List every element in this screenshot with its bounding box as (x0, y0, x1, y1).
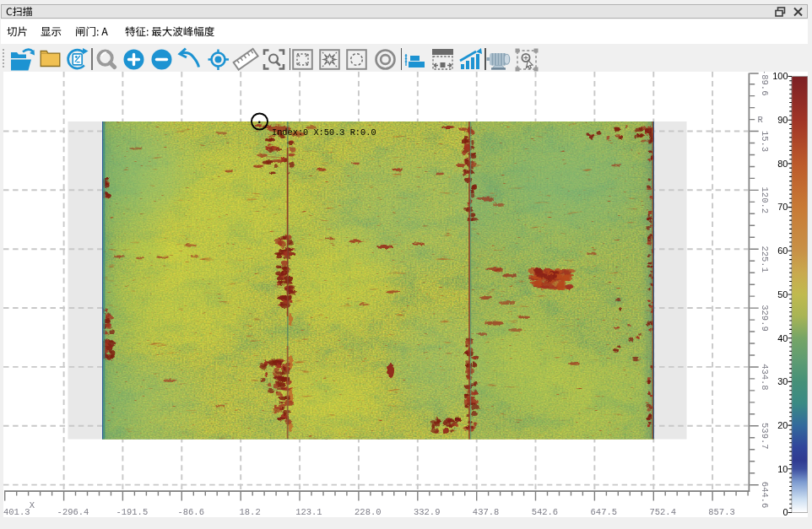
svg-text:X: X (30, 500, 35, 510)
svg-text:329.9: 329.9 (760, 305, 770, 332)
svg-text:-191.5: -191.5 (116, 507, 148, 517)
svg-text:120.2: 120.2 (760, 187, 770, 214)
svg-text:10: 10 (777, 464, 788, 474)
svg-text:539.7: 539.7 (760, 423, 770, 450)
svg-text:100: 100 (772, 72, 788, 81)
svg-text:752.4: 752.4 (649, 507, 676, 517)
svg-text:644.6: 644.6 (760, 482, 770, 509)
svg-text:434.8: 434.8 (760, 364, 770, 391)
svg-text:332.9: 332.9 (414, 507, 441, 517)
svg-text:15.3: 15.3 (760, 131, 770, 152)
svg-text:90: 90 (777, 115, 788, 125)
svg-text:20: 20 (777, 420, 788, 430)
svg-text:542.6: 542.6 (532, 507, 559, 517)
svg-text:-296.4: -296.4 (57, 507, 89, 517)
svg-text:30: 30 (777, 376, 788, 386)
svg-text:-86.6: -86.6 (177, 507, 204, 517)
svg-text:228.0: 228.0 (355, 507, 382, 517)
svg-text:857.3: 857.3 (708, 507, 735, 517)
svg-text:Index:0 X:50.3 R:0.0: Index:0 X:50.3 R:0.0 (272, 127, 376, 138)
svg-text:18.2: 18.2 (239, 507, 260, 517)
svg-text:80: 80 (777, 159, 788, 169)
svg-text:50: 50 (777, 289, 788, 300)
svg-text:70: 70 (777, 202, 788, 212)
svg-text:40: 40 (777, 333, 788, 343)
svg-text:123.1: 123.1 (295, 507, 322, 517)
svg-text:437.8: 437.8 (473, 507, 500, 517)
svg-text:-89.6: -89.6 (760, 72, 770, 95)
svg-text:0: 0 (782, 507, 788, 517)
svg-text:647.5: 647.5 (591, 507, 618, 517)
svg-text:225.1: 225.1 (760, 246, 770, 273)
svg-text:R: R (758, 115, 764, 125)
svg-text:60: 60 (777, 246, 788, 256)
svg-text:-401.3: -401.3 (3, 507, 30, 517)
